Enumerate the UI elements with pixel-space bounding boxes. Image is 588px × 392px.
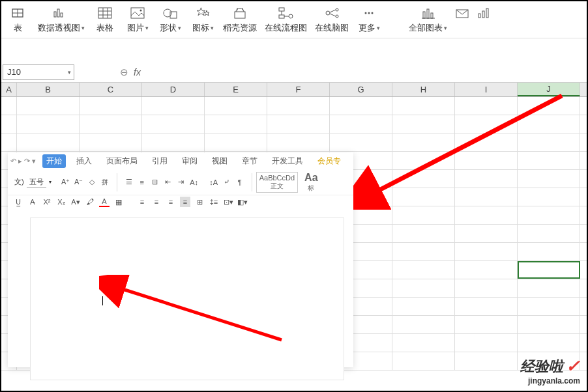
toolbar-label: 在线脑图 [315,22,349,34]
document-page[interactable] [30,217,344,380]
more-icon [362,5,375,21]
col-header-D[interactable]: D [142,83,205,96]
tab-review[interactable]: 审阅 [178,154,201,168]
fill-icon[interactable]: ◧▾ [237,197,248,207]
phonetic-icon[interactable]: 拼 [100,177,110,188]
col-header-C[interactable]: C [80,83,142,96]
svg-rect-39 [482,11,484,18]
fx-label[interactable]: fx [134,67,141,77]
resource-button[interactable]: 稻壳资源 [219,4,261,35]
bar-icon-button[interactable] [473,4,494,22]
word-overlay-window: ↶ ▸ ↷ ▾ 开始 插入 页面布局 引用 审阅 视图 章节 开发工具 会员专 … [8,152,353,367]
highlight-icon[interactable]: 🖍 [85,197,95,207]
pivot-button[interactable]: 数据透视图▾ [34,4,89,35]
col-header-B[interactable]: B [17,83,80,96]
font-effect-icon[interactable]: A▾ [70,197,81,207]
style-heading[interactable]: Aa 标 [302,171,320,194]
chevron-down-icon: ▾ [81,25,85,31]
tab-devtools[interactable]: 开发工具 [268,154,307,168]
shading-icon[interactable]: ▦ [113,197,124,207]
icons-button[interactable]: 图标▾ [186,4,219,35]
col-header-F[interactable]: F [267,83,330,96]
align-right-icon[interactable]: ≡ [166,197,176,207]
tab-view[interactable]: 视图 [208,154,231,168]
overlay-home-toolbar: 文) 五号 ▾ A⁺ A⁻ ◇ 拼 ☰ ≡ ⊟ ⇤ ⇥ A↕ ↕A ⤶ ¶ Aa… [8,169,353,195]
svg-point-27 [336,15,338,18]
flowchart-button[interactable]: 在线流程图 [261,4,311,35]
toolbar-label: 稻壳资源 [223,22,257,34]
col-header-G[interactable]: G [330,83,392,96]
toolbar-label: 更多 [359,22,375,34]
tab-home[interactable]: 开始 [42,154,66,168]
mindmap-icon [324,5,340,21]
text-wrap-icon[interactable]: ⤶ [222,177,232,188]
chart-icon [420,5,436,21]
check-icon: ✓ [566,356,580,376]
toolbar-label: 全部图表 [409,22,443,34]
align-left-icon[interactable]: ≡ [137,197,147,207]
overlay-ribbon-tabs: ↶ ▸ ↷ ▾ 开始 插入 页面布局 引用 审阅 视图 章节 开发工具 会员专 [8,152,353,169]
line-spacing-icon[interactable]: ‡≡ [209,197,219,207]
toolbar-label: 形状 [160,22,177,34]
bullet-list-icon[interactable]: ☰ [124,177,134,188]
mail-button[interactable] [451,4,473,22]
grid-icon [98,5,112,21]
shapes-button[interactable]: 形状▾ [154,4,186,35]
more-button[interactable]: 更多▾ [353,4,385,35]
sort-icon[interactable]: A↕ [189,177,199,188]
cell-ref-value: J10 [7,67,21,77]
indent-left-icon[interactable]: ⇤ [163,177,173,188]
strike-icon[interactable]: A̶ [27,197,38,207]
undo-redo-group[interactable]: ↶ ▸ ↷ ▾ [10,157,36,165]
subscript-icon[interactable]: X₂ [56,197,66,207]
selected-cell[interactable] [518,261,580,279]
flowchart-icon [278,5,295,21]
tab-references[interactable]: 引用 [148,154,171,168]
column-headers: A B C D E F G H I J [1,83,587,97]
svg-point-22 [289,14,293,18]
svg-point-30 [365,12,367,14]
picture-button[interactable]: 图片▾ [121,4,154,35]
align-justify-icon[interactable]: ≡ [180,197,190,207]
mail-icon [455,5,469,21]
indent-right-icon[interactable]: ⇥ [176,177,186,188]
grid-button[interactable]: 表格 [89,4,121,35]
underline-icon[interactable]: U̲ [13,197,23,207]
col-header-I[interactable]: I [455,83,518,96]
tab-chapter[interactable]: 章节 [238,154,261,168]
tab-layout[interactable]: 页面布局 [102,154,141,168]
col-header-J[interactable]: J [518,83,580,96]
decrease-font-icon[interactable]: A⁻ [74,177,84,188]
multilevel-icon[interactable]: ⊟ [150,177,160,188]
toolbar-label: 表格 [96,22,113,34]
svg-rect-6 [98,8,111,18]
search-icon[interactable]: ⊖ [120,66,128,78]
tab-member[interactable]: 会员专 [314,154,345,168]
text-direction-icon[interactable]: ↕A [209,177,219,188]
table-button[interactable]: 表 [1,4,34,35]
tab-insert[interactable]: 插入 [72,154,96,168]
toolbar-label: 图片 [127,22,144,34]
chevron-down-icon: ▾ [377,25,380,31]
align-center-icon[interactable]: ≡ [151,197,162,207]
picture-icon [130,5,145,21]
cell-reference-input[interactable]: J10 ▾ [3,64,74,80]
distribute-icon[interactable]: ⊞ [194,197,205,207]
border-icon[interactable]: ⊡▾ [223,197,233,207]
font-size-select[interactable]: 五号 [27,177,46,188]
col-header-A[interactable]: A [1,83,17,96]
font-color-icon[interactable]: A [99,197,110,207]
style-normal[interactable]: AaBbCcDd 正文 [256,172,298,193]
mindmap-button[interactable]: 在线脑图 [311,4,353,35]
superscript-icon[interactable]: X² [42,197,52,207]
chart-button[interactable]: 全部图表▾ [405,4,451,35]
increase-font-icon[interactable]: A⁺ [61,177,71,188]
clear-format-icon[interactable]: ◇ [87,177,97,188]
svg-point-31 [368,12,370,14]
col-header-E[interactable]: E [205,83,267,96]
paragraph-icon[interactable]: ¶ [235,177,245,188]
pivot-icon [53,5,69,21]
number-list-icon[interactable]: ≡ [137,177,147,188]
svg-rect-38 [478,14,480,18]
col-header-H[interactable]: H [392,83,455,96]
